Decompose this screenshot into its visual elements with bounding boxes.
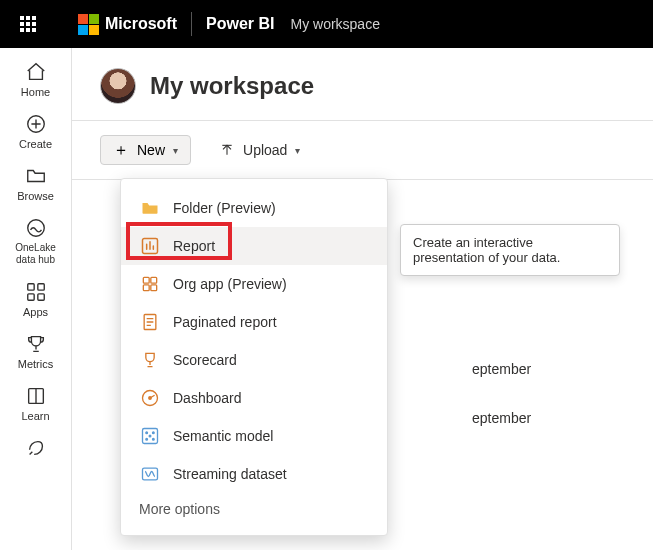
rail-item-browse[interactable]: Browse bbox=[6, 164, 66, 202]
plus-icon: ＋ bbox=[113, 143, 129, 157]
folder-icon bbox=[139, 197, 161, 219]
new-menu: Folder (Preview) Report Org app (Preview… bbox=[120, 178, 388, 536]
svg-point-16 bbox=[146, 432, 148, 434]
rail-label: Browse bbox=[17, 190, 54, 202]
menu-item-label: Folder (Preview) bbox=[173, 200, 276, 216]
new-button[interactable]: ＋ New ▾ bbox=[100, 135, 191, 165]
microsoft-logo-icon bbox=[78, 14, 99, 35]
upload-icon bbox=[219, 142, 235, 158]
rail-label: Learn bbox=[21, 410, 49, 422]
book-icon bbox=[24, 384, 48, 408]
menu-item-label: Org app (Preview) bbox=[173, 276, 287, 292]
workspace-toolbar: ＋ New ▾ Upload ▾ bbox=[72, 120, 653, 179]
svg-point-14 bbox=[149, 397, 152, 400]
svg-rect-10 bbox=[143, 285, 149, 291]
upload-button-label: Upload bbox=[243, 142, 287, 158]
rail-item-deploy[interactable] bbox=[6, 436, 66, 460]
svg-rect-11 bbox=[151, 285, 157, 291]
dashboard-icon bbox=[139, 387, 161, 409]
chevron-down-icon: ▾ bbox=[173, 145, 178, 156]
new-menu-item-scorecard[interactable]: Scorecard bbox=[121, 341, 387, 379]
report-tooltip: Create an interactive presentation of yo… bbox=[400, 224, 620, 276]
rail-label: Metrics bbox=[18, 358, 53, 370]
microsoft-label: Microsoft bbox=[105, 15, 177, 33]
svg-point-20 bbox=[149, 435, 151, 437]
rail-label: Create bbox=[19, 138, 52, 150]
new-menu-item-folder[interactable]: Folder (Preview) bbox=[121, 189, 387, 227]
deploy-icon bbox=[24, 436, 48, 460]
plus-circle-icon bbox=[24, 112, 48, 136]
new-menu-more-options[interactable]: More options bbox=[121, 493, 387, 525]
new-menu-item-paginated[interactable]: Paginated report bbox=[121, 303, 387, 341]
menu-item-label: Semantic model bbox=[173, 428, 273, 444]
rail-item-home[interactable]: Home bbox=[6, 60, 66, 98]
microsoft-brand: Microsoft bbox=[78, 14, 177, 35]
avatar[interactable] bbox=[100, 68, 136, 104]
svg-point-18 bbox=[146, 439, 148, 441]
menu-item-label: Report bbox=[173, 238, 215, 254]
svg-point-19 bbox=[153, 439, 155, 441]
rail-label: Home bbox=[21, 86, 50, 98]
product-label: Power BI bbox=[206, 15, 274, 33]
list-row-date-partial: eptember bbox=[472, 410, 531, 426]
svg-rect-8 bbox=[143, 277, 149, 283]
svg-point-1 bbox=[27, 220, 44, 237]
scorecard-icon bbox=[139, 349, 161, 371]
svg-rect-9 bbox=[151, 277, 157, 283]
report-icon bbox=[139, 235, 161, 257]
workspace-header: My workspace bbox=[72, 48, 653, 120]
paginated-report-icon bbox=[139, 311, 161, 333]
rail-item-metrics[interactable]: Metrics bbox=[6, 332, 66, 370]
onelake-icon bbox=[24, 216, 48, 240]
waffle-icon bbox=[20, 16, 36, 32]
new-menu-item-orgapp[interactable]: Org app (Preview) bbox=[121, 265, 387, 303]
menu-item-label: Scorecard bbox=[173, 352, 237, 368]
svg-rect-4 bbox=[27, 294, 33, 300]
rail-label: Apps bbox=[23, 306, 48, 318]
app-launcher-button[interactable] bbox=[8, 0, 48, 48]
new-menu-item-streaming[interactable]: Streaming dataset bbox=[121, 455, 387, 493]
breadcrumb[interactable]: My workspace bbox=[290, 16, 379, 32]
new-button-label: New bbox=[137, 142, 165, 158]
rail-item-apps[interactable]: Apps bbox=[6, 280, 66, 318]
rail-item-create[interactable]: Create bbox=[6, 112, 66, 150]
rail-item-onelake[interactable]: OneLake data hub bbox=[6, 216, 66, 266]
left-nav-rail: Home Create Browse OneLake data hub Apps bbox=[0, 48, 72, 550]
svg-rect-3 bbox=[37, 284, 43, 290]
upload-button[interactable]: Upload ▾ bbox=[215, 136, 304, 164]
menu-item-label: Streaming dataset bbox=[173, 466, 287, 482]
svg-rect-2 bbox=[27, 284, 33, 290]
svg-rect-5 bbox=[37, 294, 43, 300]
topbar-divider bbox=[191, 12, 192, 36]
list-row-date-partial: eptember bbox=[472, 361, 531, 377]
apps-icon bbox=[24, 280, 48, 304]
page-title: My workspace bbox=[150, 72, 314, 100]
trophy-icon bbox=[24, 332, 48, 356]
folder-icon bbox=[24, 164, 48, 188]
new-menu-item-report[interactable]: Report bbox=[121, 227, 387, 265]
menu-item-label: Dashboard bbox=[173, 390, 242, 406]
new-menu-item-semantic-model[interactable]: Semantic model bbox=[121, 417, 387, 455]
tooltip-text: Create an interactive presentation of yo… bbox=[413, 235, 560, 265]
svg-point-17 bbox=[153, 432, 155, 434]
new-menu-item-dashboard[interactable]: Dashboard bbox=[121, 379, 387, 417]
streaming-dataset-icon bbox=[139, 463, 161, 485]
menu-item-label: Paginated report bbox=[173, 314, 277, 330]
global-topbar: Microsoft Power BI My workspace bbox=[0, 0, 653, 48]
rail-label: OneLake data hub bbox=[6, 242, 66, 266]
chevron-down-icon: ▾ bbox=[295, 145, 300, 156]
rail-item-learn[interactable]: Learn bbox=[6, 384, 66, 422]
org-app-icon bbox=[139, 273, 161, 295]
semantic-model-icon bbox=[139, 425, 161, 447]
home-icon bbox=[24, 60, 48, 84]
